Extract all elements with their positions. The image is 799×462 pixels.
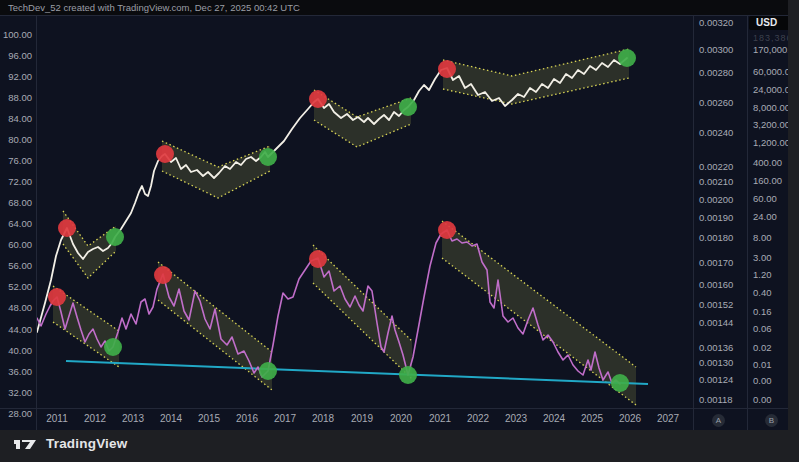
topbar-divider <box>0 15 788 16</box>
right-axis-outer-divider <box>747 15 748 430</box>
tradingview-chart-widget: TechDev_52 created with TradingView.com,… <box>0 0 788 430</box>
time-axis-divider <box>0 408 788 409</box>
axis-toggle-a-button[interactable]: A <box>712 414 725 427</box>
attribution-bar: TechDev_52 created with TradingView.com,… <box>0 0 788 15</box>
attribution-text: TechDev_52 created with TradingView.com,… <box>8 2 300 13</box>
currency-selector-button[interactable]: USD <box>749 16 793 30</box>
right-axis-inner-divider <box>693 15 694 430</box>
axis-toggle-b-button[interactable]: B <box>765 414 778 427</box>
plot-area[interactable] <box>36 15 692 408</box>
page: TechDev_52 created with TradingView.com,… <box>0 0 799 462</box>
footer-bar: TradingView <box>0 430 799 462</box>
left-axis-divider <box>36 15 37 430</box>
tradingview-logo-icon[interactable] <box>14 437 38 457</box>
tradingview-brand-text[interactable]: TradingView <box>46 436 127 451</box>
page-margin <box>788 0 799 430</box>
